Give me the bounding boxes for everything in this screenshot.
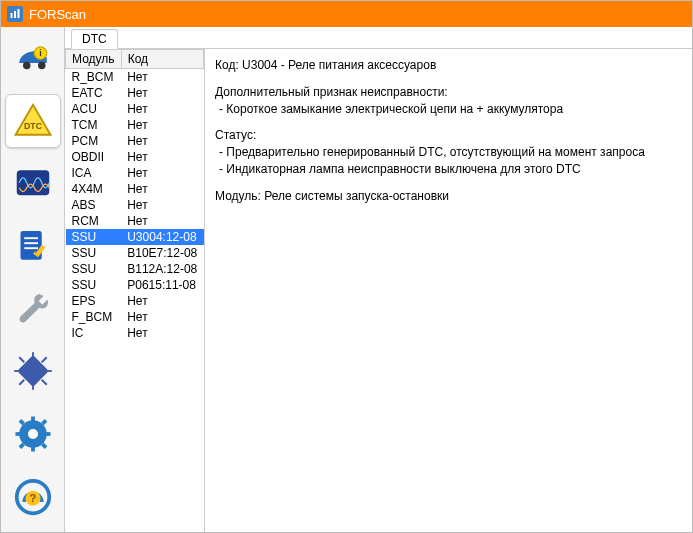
sidebar-item-help[interactable]: ? <box>5 469 61 524</box>
details-code: Код: U3004 - Реле питания аксессуаров <box>215 57 682 74</box>
table-row[interactable]: SSUB10E7:12-08 <box>66 245 204 261</box>
svg-rect-11 <box>24 237 38 239</box>
table-row[interactable]: ICНет <box>66 325 204 341</box>
body: i DTC ? DTC <box>1 27 692 532</box>
svg-rect-1 <box>14 11 16 18</box>
sidebar-item-dtc[interactable]: DTC <box>5 94 61 149</box>
cell-code: Нет <box>121 325 203 341</box>
cell-code: Нет <box>121 101 203 117</box>
cell-code: Нет <box>121 213 203 229</box>
cell-module: R_BCM <box>66 69 122 86</box>
table-row[interactable]: TCMНет <box>66 117 204 133</box>
cell-code: Нет <box>121 117 203 133</box>
svg-line-21 <box>41 358 46 363</box>
sidebar-item-settings[interactable] <box>5 407 61 462</box>
cell-module: SSU <box>66 261 122 277</box>
dtc-table: Модуль Код R_BCMНетEATCНетACUНетTCMНетPC… <box>65 49 204 341</box>
details-status: Статус: - Предварительно генерированный … <box>215 127 682 177</box>
table-row[interactable]: RCMНет <box>66 213 204 229</box>
content: Модуль Код R_BCMНетEATCНетACUНетTCMНетPC… <box>65 49 692 532</box>
cell-code: Нет <box>121 85 203 101</box>
cell-module: 4X4M <box>66 181 122 197</box>
cell-module: EPS <box>66 293 122 309</box>
cell-code: Нет <box>121 69 203 86</box>
svg-text:DTC: DTC <box>24 120 43 130</box>
cell-code: P0615:11-08 <box>121 277 203 293</box>
cell-module: OBDII <box>66 149 122 165</box>
titlebar: FORScan <box>1 1 692 27</box>
cell-module: RCM <box>66 213 122 229</box>
sidebar-item-chip[interactable] <box>5 344 61 399</box>
cell-code: Нет <box>121 309 203 325</box>
cell-module: TCM <box>66 117 122 133</box>
table-row[interactable]: SSUP0615:11-08 <box>66 277 204 293</box>
table-row[interactable]: EPSНет <box>66 293 204 309</box>
table-row[interactable]: ABSНет <box>66 197 204 213</box>
svg-text:i: i <box>39 48 41 58</box>
cell-code: Нет <box>121 165 203 181</box>
cell-module: SSU <box>66 277 122 293</box>
col-header-module[interactable]: Модуль <box>66 50 122 69</box>
svg-rect-13 <box>24 247 38 249</box>
cell-module: SSU <box>66 245 122 261</box>
cell-code: Нет <box>121 197 203 213</box>
svg-point-4 <box>38 62 46 70</box>
cell-module: ABS <box>66 197 122 213</box>
svg-rect-25 <box>31 445 35 451</box>
table-row[interactable]: SSUB112A:12-08 <box>66 261 204 277</box>
cell-code: Нет <box>121 133 203 149</box>
table-row[interactable]: F_BCMНет <box>66 309 204 325</box>
svg-rect-0 <box>11 13 13 18</box>
sidebar: i DTC ? <box>1 27 65 532</box>
table-row[interactable]: EATCНет <box>66 85 204 101</box>
sidebar-item-oscilloscope[interactable] <box>5 156 61 211</box>
cell-code: U3004:12-08 <box>121 229 203 245</box>
tabbar: DTC <box>65 27 692 49</box>
cell-code: Нет <box>121 181 203 197</box>
svg-text:?: ? <box>29 492 36 504</box>
details-panel: Код: U3004 - Реле питания аксессуаров До… <box>205 49 692 532</box>
cell-module: F_BCM <box>66 309 122 325</box>
cell-module: ACU <box>66 101 122 117</box>
window-title: FORScan <box>29 7 86 22</box>
svg-point-32 <box>28 429 38 439</box>
cell-module: PCM <box>66 133 122 149</box>
cell-module: IC <box>66 325 122 341</box>
cell-module: ICA <box>66 165 122 181</box>
svg-line-19 <box>19 358 24 363</box>
tab-dtc[interactable]: DTC <box>71 29 118 49</box>
details-sub: Дополнительный признак неисправности: - … <box>215 84 682 118</box>
sidebar-item-service[interactable] <box>5 282 61 337</box>
table-row[interactable]: 4X4MНет <box>66 181 204 197</box>
svg-rect-27 <box>44 432 50 436</box>
table-row[interactable]: PCMНет <box>66 133 204 149</box>
cell-code: B112A:12-08 <box>121 261 203 277</box>
svg-line-22 <box>19 380 24 385</box>
table-row[interactable]: R_BCMНет <box>66 69 204 86</box>
table-row[interactable]: SSUU3004:12-08 <box>66 229 204 245</box>
cell-code: Нет <box>121 149 203 165</box>
svg-rect-2 <box>18 9 20 18</box>
sidebar-item-vehicle[interactable]: i <box>5 31 61 86</box>
svg-line-20 <box>41 380 46 385</box>
sidebar-item-tests[interactable] <box>5 219 61 274</box>
main: DTC Модуль Код R_BCMНетEATCНетACUНетTCMН… <box>65 27 692 532</box>
cell-code: Нет <box>121 293 203 309</box>
app-icon <box>7 6 23 22</box>
svg-rect-26 <box>15 432 21 436</box>
table-row[interactable]: ICAНет <box>66 165 204 181</box>
col-header-code[interactable]: Код <box>121 50 203 69</box>
svg-rect-12 <box>24 242 38 244</box>
dtc-table-wrap: Модуль Код R_BCMНетEATCНетACUНетTCMНетPC… <box>65 49 205 532</box>
cell-code: B10E7:12-08 <box>121 245 203 261</box>
details-module: Модуль: Реле системы запуска-остановки <box>215 188 682 205</box>
table-row[interactable]: ACUНет <box>66 101 204 117</box>
svg-point-3 <box>23 62 31 70</box>
cell-module: EATC <box>66 85 122 101</box>
cell-module: SSU <box>66 229 122 245</box>
table-row[interactable]: OBDIIНет <box>66 149 204 165</box>
svg-rect-24 <box>31 417 35 423</box>
